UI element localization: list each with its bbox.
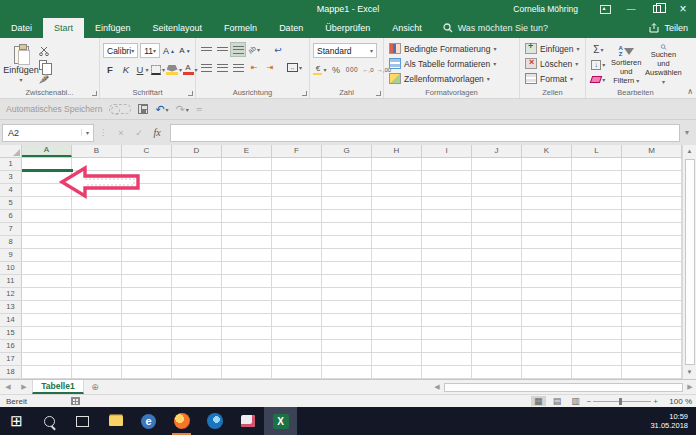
cell[interactable] <box>72 327 122 339</box>
cell[interactable] <box>122 327 172 339</box>
cell[interactable] <box>572 197 622 209</box>
row-header[interactable]: 3 <box>0 171 22 183</box>
clipboard-dialog-launcher[interactable] <box>92 91 97 96</box>
cell[interactable] <box>322 327 372 339</box>
borders-button[interactable]: ▾ <box>151 63 165 76</box>
cell[interactable] <box>322 288 372 300</box>
cell[interactable] <box>622 288 682 300</box>
cell[interactable] <box>172 158 222 170</box>
insert-function-button[interactable]: fx <box>148 127 166 138</box>
cell[interactable] <box>272 210 322 222</box>
cell[interactable] <box>422 288 472 300</box>
cell[interactable] <box>372 184 422 196</box>
row-header[interactable]: 10 <box>0 262 22 274</box>
cell[interactable] <box>222 249 272 261</box>
cell[interactable] <box>272 171 322 183</box>
Einfügen[interactable]: Einfügen <box>84 18 142 38</box>
cell[interactable] <box>222 314 272 326</box>
autosum-button[interactable]: Σ▾ <box>589 43 608 56</box>
column-header[interactable]: B <box>72 145 122 157</box>
cell[interactable] <box>422 262 472 274</box>
cell[interactable] <box>372 223 422 235</box>
start-icon[interactable] <box>0 407 33 435</box>
cell[interactable] <box>622 353 682 365</box>
scroll-left-icon[interactable]: ◀ <box>431 383 443 391</box>
cell[interactable] <box>622 210 682 222</box>
cell[interactable] <box>422 327 472 339</box>
cell[interactable] <box>172 236 222 248</box>
cell[interactable] <box>372 327 422 339</box>
column-header[interactable]: M <box>622 145 682 157</box>
cell[interactable] <box>522 197 572 209</box>
row-header[interactable]: 8 <box>0 236 22 248</box>
cell[interactable] <box>322 236 372 248</box>
thunderbird-icon[interactable] <box>198 407 231 435</box>
cell[interactable] <box>572 288 622 300</box>
cell[interactable] <box>572 210 622 222</box>
new-sheet-button[interactable]: ⊕ <box>84 380 106 394</box>
cell[interactable] <box>522 314 572 326</box>
previous-sheet-button[interactable]: ◀ <box>0 380 16 394</box>
column-header[interactable]: F <box>272 145 322 157</box>
page-break-view-button[interactable]: ▥ <box>568 396 583 406</box>
cell[interactable] <box>472 262 522 274</box>
cell[interactable] <box>622 327 682 339</box>
cell[interactable] <box>522 301 572 313</box>
cell[interactable] <box>472 327 522 339</box>
cell[interactable] <box>572 327 622 339</box>
name-box[interactable]: A2 ▾ <box>2 124 94 142</box>
cell[interactable] <box>522 288 572 300</box>
row-header[interactable]: 17 <box>0 353 22 365</box>
cell[interactable] <box>72 301 122 313</box>
Formeln[interactable]: Formeln <box>213 18 268 38</box>
cell[interactable] <box>472 314 522 326</box>
cell[interactable] <box>522 327 572 339</box>
cell[interactable] <box>222 301 272 313</box>
cell[interactable] <box>222 327 272 339</box>
cell[interactable] <box>372 171 422 183</box>
cell[interactable] <box>372 236 422 248</box>
cell[interactable] <box>472 197 522 209</box>
Start[interactable]: Start <box>43 18 84 38</box>
cell[interactable] <box>172 314 222 326</box>
scroll-right-icon[interactable]: ▶ <box>684 383 696 391</box>
cell[interactable] <box>322 249 372 261</box>
row-header[interactable]: 18 <box>0 366 22 378</box>
cell[interactable] <box>622 223 682 235</box>
scroll-up-icon[interactable]: ▲ <box>687 145 693 158</box>
cell[interactable] <box>422 197 472 209</box>
cell[interactable] <box>322 353 372 365</box>
shrink-font-button[interactable]: A▼ <box>178 44 192 57</box>
cancel-entry-button[interactable]: × <box>112 128 130 138</box>
cell[interactable] <box>472 340 522 352</box>
thousands-separator-button[interactable]: 000 <box>345 63 359 76</box>
cell[interactable] <box>122 353 172 365</box>
orientation-button[interactable]: ab▾ <box>247 43 261 56</box>
cell[interactable] <box>322 340 372 352</box>
cell[interactable] <box>572 301 622 313</box>
cell[interactable] <box>572 223 622 235</box>
vertical-scroll-thumb[interactable] <box>685 159 695 365</box>
row-header[interactable]: 6 <box>0 210 22 222</box>
cell[interactable] <box>522 275 572 287</box>
cell[interactable] <box>172 353 222 365</box>
cell[interactable] <box>272 223 322 235</box>
cell[interactable] <box>572 262 622 274</box>
autosave-toggle[interactable] <box>109 104 131 114</box>
cell[interactable] <box>272 158 322 170</box>
number-format-combo[interactable]: Standard▾ <box>313 43 377 58</box>
column-header[interactable]: I <box>422 145 472 157</box>
collapse-ribbon-button[interactable]: ∧ <box>687 87 693 96</box>
cell[interactable] <box>422 223 472 235</box>
cell[interactable] <box>472 366 522 378</box>
align-bottom-button[interactable] <box>231 43 245 56</box>
cell[interactable] <box>472 210 522 222</box>
cell[interactable] <box>172 249 222 261</box>
cell[interactable] <box>472 249 522 261</box>
cell[interactable] <box>172 301 222 313</box>
cell[interactable] <box>322 275 372 287</box>
cell[interactable] <box>272 249 322 261</box>
column-header[interactable]: K <box>522 145 572 157</box>
fill-button[interactable]: ↓▾ <box>589 58 608 71</box>
cell[interactable] <box>472 353 522 365</box>
